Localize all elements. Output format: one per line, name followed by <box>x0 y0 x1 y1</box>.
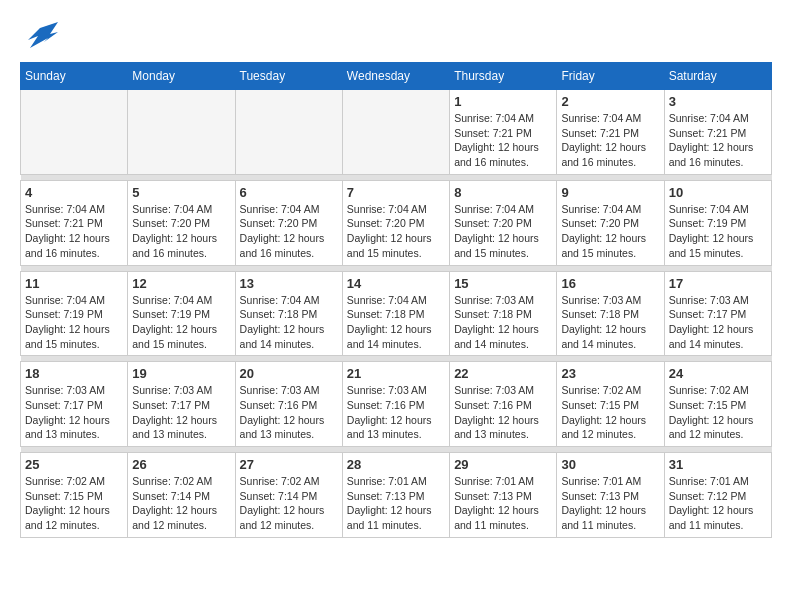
day-info: Sunrise: 7:03 AM Sunset: 7:17 PM Dayligh… <box>25 383 123 442</box>
day-number: 17 <box>669 276 767 291</box>
day-info: Sunrise: 7:03 AM Sunset: 7:17 PM Dayligh… <box>132 383 230 442</box>
day-info: Sunrise: 7:03 AM Sunset: 7:16 PM Dayligh… <box>454 383 552 442</box>
day-number: 12 <box>132 276 230 291</box>
day-number: 19 <box>132 366 230 381</box>
table-row: 23Sunrise: 7:02 AM Sunset: 7:15 PM Dayli… <box>557 362 664 447</box>
table-row: 15Sunrise: 7:03 AM Sunset: 7:18 PM Dayli… <box>450 271 557 356</box>
table-row: 17Sunrise: 7:03 AM Sunset: 7:17 PM Dayli… <box>664 271 771 356</box>
day-number: 27 <box>240 457 338 472</box>
day-info: Sunrise: 7:03 AM Sunset: 7:18 PM Dayligh… <box>561 293 659 352</box>
table-row: 14Sunrise: 7:04 AM Sunset: 7:18 PM Dayli… <box>342 271 449 356</box>
day-number: 11 <box>25 276 123 291</box>
weekday-header: Wednesday <box>342 63 449 90</box>
table-row: 18Sunrise: 7:03 AM Sunset: 7:17 PM Dayli… <box>21 362 128 447</box>
day-info: Sunrise: 7:04 AM Sunset: 7:19 PM Dayligh… <box>25 293 123 352</box>
day-info: Sunrise: 7:04 AM Sunset: 7:21 PM Dayligh… <box>561 111 659 170</box>
day-info: Sunrise: 7:02 AM Sunset: 7:15 PM Dayligh… <box>669 383 767 442</box>
day-number: 2 <box>561 94 659 109</box>
weekday-header: Friday <box>557 63 664 90</box>
day-info: Sunrise: 7:03 AM Sunset: 7:16 PM Dayligh… <box>240 383 338 442</box>
svg-marker-0 <box>28 22 58 48</box>
day-info: Sunrise: 7:04 AM Sunset: 7:20 PM Dayligh… <box>240 202 338 261</box>
day-number: 16 <box>561 276 659 291</box>
table-row: 12Sunrise: 7:04 AM Sunset: 7:19 PM Dayli… <box>128 271 235 356</box>
table-row: 6Sunrise: 7:04 AM Sunset: 7:20 PM Daylig… <box>235 180 342 265</box>
day-number: 28 <box>347 457 445 472</box>
day-number: 21 <box>347 366 445 381</box>
calendar-week-row: 25Sunrise: 7:02 AM Sunset: 7:15 PM Dayli… <box>21 453 772 538</box>
day-info: Sunrise: 7:04 AM Sunset: 7:20 PM Dayligh… <box>454 202 552 261</box>
table-row: 2Sunrise: 7:04 AM Sunset: 7:21 PM Daylig… <box>557 90 664 175</box>
day-info: Sunrise: 7:02 AM Sunset: 7:14 PM Dayligh… <box>240 474 338 533</box>
day-number: 7 <box>347 185 445 200</box>
day-number: 14 <box>347 276 445 291</box>
calendar-header-row: SundayMondayTuesdayWednesdayThursdayFrid… <box>21 63 772 90</box>
day-info: Sunrise: 7:04 AM Sunset: 7:20 PM Dayligh… <box>561 202 659 261</box>
day-info: Sunrise: 7:04 AM Sunset: 7:18 PM Dayligh… <box>347 293 445 352</box>
day-number: 6 <box>240 185 338 200</box>
table-row: 11Sunrise: 7:04 AM Sunset: 7:19 PM Dayli… <box>21 271 128 356</box>
day-number: 8 <box>454 185 552 200</box>
table-row: 26Sunrise: 7:02 AM Sunset: 7:14 PM Dayli… <box>128 453 235 538</box>
day-number: 30 <box>561 457 659 472</box>
weekday-header: Thursday <box>450 63 557 90</box>
day-info: Sunrise: 7:03 AM Sunset: 7:17 PM Dayligh… <box>669 293 767 352</box>
table-row: 27Sunrise: 7:02 AM Sunset: 7:14 PM Dayli… <box>235 453 342 538</box>
table-row <box>235 90 342 175</box>
day-number: 23 <box>561 366 659 381</box>
calendar-week-row: 11Sunrise: 7:04 AM Sunset: 7:19 PM Dayli… <box>21 271 772 356</box>
table-row: 21Sunrise: 7:03 AM Sunset: 7:16 PM Dayli… <box>342 362 449 447</box>
table-row: 10Sunrise: 7:04 AM Sunset: 7:19 PM Dayli… <box>664 180 771 265</box>
day-number: 5 <box>132 185 230 200</box>
day-number: 31 <box>669 457 767 472</box>
weekday-header: Saturday <box>664 63 771 90</box>
day-info: Sunrise: 7:01 AM Sunset: 7:12 PM Dayligh… <box>669 474 767 533</box>
table-row: 24Sunrise: 7:02 AM Sunset: 7:15 PM Dayli… <box>664 362 771 447</box>
table-row: 1Sunrise: 7:04 AM Sunset: 7:21 PM Daylig… <box>450 90 557 175</box>
table-row: 19Sunrise: 7:03 AM Sunset: 7:17 PM Dayli… <box>128 362 235 447</box>
table-row: 31Sunrise: 7:01 AM Sunset: 7:12 PM Dayli… <box>664 453 771 538</box>
day-info: Sunrise: 7:03 AM Sunset: 7:18 PM Dayligh… <box>454 293 552 352</box>
day-number: 13 <box>240 276 338 291</box>
table-row: 25Sunrise: 7:02 AM Sunset: 7:15 PM Dayli… <box>21 453 128 538</box>
day-number: 3 <box>669 94 767 109</box>
table-row: 16Sunrise: 7:03 AM Sunset: 7:18 PM Dayli… <box>557 271 664 356</box>
day-number: 15 <box>454 276 552 291</box>
table-row: 9Sunrise: 7:04 AM Sunset: 7:20 PM Daylig… <box>557 180 664 265</box>
day-number: 9 <box>561 185 659 200</box>
table-row: 13Sunrise: 7:04 AM Sunset: 7:18 PM Dayli… <box>235 271 342 356</box>
logo <box>20 20 64 52</box>
day-number: 4 <box>25 185 123 200</box>
day-number: 29 <box>454 457 552 472</box>
day-info: Sunrise: 7:04 AM Sunset: 7:18 PM Dayligh… <box>240 293 338 352</box>
table-row: 20Sunrise: 7:03 AM Sunset: 7:16 PM Dayli… <box>235 362 342 447</box>
day-info: Sunrise: 7:03 AM Sunset: 7:16 PM Dayligh… <box>347 383 445 442</box>
day-info: Sunrise: 7:01 AM Sunset: 7:13 PM Dayligh… <box>347 474 445 533</box>
day-info: Sunrise: 7:01 AM Sunset: 7:13 PM Dayligh… <box>454 474 552 533</box>
weekday-header: Monday <box>128 63 235 90</box>
day-info: Sunrise: 7:04 AM Sunset: 7:19 PM Dayligh… <box>132 293 230 352</box>
day-info: Sunrise: 7:04 AM Sunset: 7:21 PM Dayligh… <box>454 111 552 170</box>
day-info: Sunrise: 7:04 AM Sunset: 7:21 PM Dayligh… <box>669 111 767 170</box>
day-number: 26 <box>132 457 230 472</box>
table-row: 4Sunrise: 7:04 AM Sunset: 7:21 PM Daylig… <box>21 180 128 265</box>
table-row: 30Sunrise: 7:01 AM Sunset: 7:13 PM Dayli… <box>557 453 664 538</box>
day-number: 1 <box>454 94 552 109</box>
table-row: 7Sunrise: 7:04 AM Sunset: 7:20 PM Daylig… <box>342 180 449 265</box>
day-info: Sunrise: 7:04 AM Sunset: 7:19 PM Dayligh… <box>669 202 767 261</box>
table-row: 5Sunrise: 7:04 AM Sunset: 7:20 PM Daylig… <box>128 180 235 265</box>
calendar-week-row: 18Sunrise: 7:03 AM Sunset: 7:17 PM Dayli… <box>21 362 772 447</box>
calendar: SundayMondayTuesdayWednesdayThursdayFrid… <box>20 62 772 538</box>
logo-icon <box>20 20 62 52</box>
day-info: Sunrise: 7:02 AM Sunset: 7:15 PM Dayligh… <box>561 383 659 442</box>
day-info: Sunrise: 7:01 AM Sunset: 7:13 PM Dayligh… <box>561 474 659 533</box>
day-number: 18 <box>25 366 123 381</box>
table-row: 8Sunrise: 7:04 AM Sunset: 7:20 PM Daylig… <box>450 180 557 265</box>
day-info: Sunrise: 7:04 AM Sunset: 7:20 PM Dayligh… <box>347 202 445 261</box>
table-row: 3Sunrise: 7:04 AM Sunset: 7:21 PM Daylig… <box>664 90 771 175</box>
day-info: Sunrise: 7:04 AM Sunset: 7:20 PM Dayligh… <box>132 202 230 261</box>
weekday-header: Sunday <box>21 63 128 90</box>
day-info: Sunrise: 7:02 AM Sunset: 7:15 PM Dayligh… <box>25 474 123 533</box>
table-row: 28Sunrise: 7:01 AM Sunset: 7:13 PM Dayli… <box>342 453 449 538</box>
table-row <box>342 90 449 175</box>
